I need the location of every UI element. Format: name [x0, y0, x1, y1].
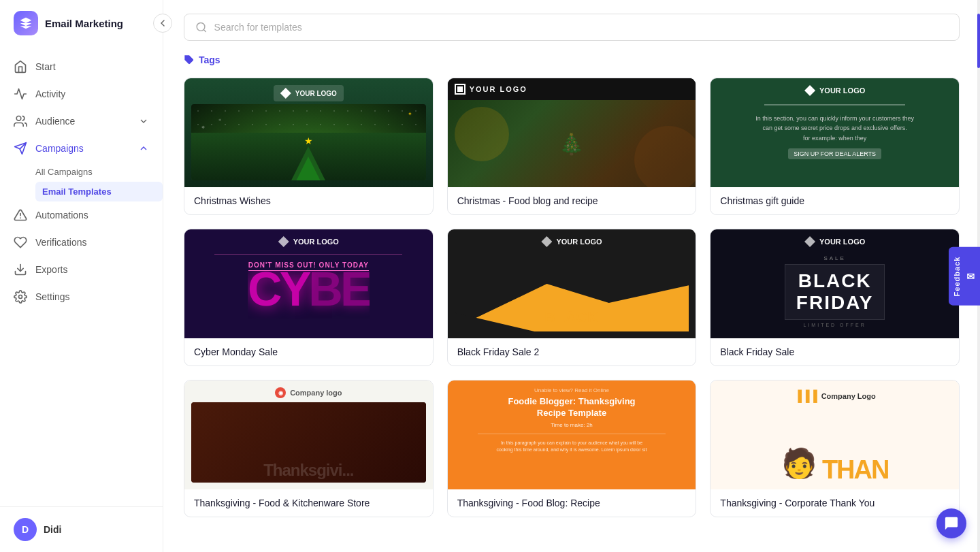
- template-preview-thanksgiving-food: ◉ Company logo Thanksgivi...: [184, 380, 433, 489]
- sidebar-item-settings[interactable]: Settings: [0, 283, 163, 310]
- template-card-thanksgiving-blog[interactable]: Unable to view? Read it Online Foodie Bl…: [447, 380, 697, 517]
- template-card-christmas-gift[interactable]: YOUR LOGO In this section, you can quick…: [710, 78, 960, 215]
- template-preview-black-friday-2: YOUR LOGO BL∆CK: [448, 229, 696, 338]
- sidebar-item-campaigns[interactable]: Campaigns: [0, 135, 163, 162]
- template-label-christmas-gift: Christmas gift guide: [710, 187, 959, 214]
- template-card-cyber-monday[interactable]: YOUR LOGO DON'T MISS OUT! ONLY TODAY CY …: [184, 229, 434, 366]
- tags-label[interactable]: Tags: [199, 54, 220, 65]
- audience-chevron-icon: [138, 116, 149, 127]
- collapse-sidebar-button[interactable]: [153, 14, 172, 33]
- template-preview-black-friday: YOUR LOGO SALE BLACK FRIDAY LIMITED OFFE…: [710, 229, 959, 338]
- template-preview-christmas-food: YOUR LOGO 🎄: [448, 78, 696, 187]
- sidebar-item-activity-label: Activity: [35, 88, 65, 99]
- feedback-tab[interactable]: ✉ Feedback: [949, 246, 980, 306]
- sidebar-item-audience-label: Audience: [35, 116, 75, 127]
- template-preview-cyber-monday: YOUR LOGO DON'T MISS OUT! ONLY TODAY CY …: [184, 229, 433, 338]
- scrollbar-thumb[interactable]: [977, 14, 980, 68]
- sidebar-footer: D Didi: [0, 506, 163, 552]
- chat-button[interactable]: [936, 508, 966, 538]
- svg-point-6: [19, 295, 22, 299]
- sidebar-nav: Start Activity Audience Campaigns: [0, 46, 163, 506]
- automations-icon: [14, 208, 27, 222]
- home-icon: [14, 60, 27, 74]
- template-card-black-friday-2[interactable]: YOUR LOGO BL∆CK Black Friday Sale 2: [447, 229, 697, 366]
- main-content: Tags YOUR LOGO ★: [163, 0, 980, 552]
- template-label-thanksgiving-food: Thanksgiving - Food & Kitchenware Store: [184, 489, 433, 517]
- feedback-icon: ✉: [965, 271, 976, 282]
- sidebar-item-start[interactable]: Start: [0, 53, 163, 80]
- search-icon: [195, 21, 208, 33]
- sidebar: Email Marketing Start Activity: [0, 0, 163, 552]
- search-bar: [184, 14, 960, 41]
- sidebar-item-exports[interactable]: Exports: [0, 256, 163, 283]
- template-label-christmas-food: Christmas - Food blog and recipe: [448, 187, 696, 214]
- sidebar-header: Email Marketing: [0, 0, 163, 46]
- template-label-christmas-wishes: Christmas Wishes: [184, 187, 433, 214]
- template-preview-christmas-wishes: YOUR LOGO ★ ✦ ❄ ❄: [184, 78, 433, 187]
- svg-line-8: [203, 29, 206, 31]
- template-card-black-friday[interactable]: YOUR LOGO SALE BLACK FRIDAY LIMITED OFFE…: [710, 229, 960, 366]
- template-label-cyber-monday: Cyber Monday Sale: [184, 338, 433, 366]
- template-label-black-friday-2: Black Friday Sale 2: [448, 338, 696, 366]
- app-title: Email Marketing: [45, 18, 123, 29]
- sidebar-item-start-label: Start: [35, 61, 56, 72]
- activity-icon: [14, 87, 27, 101]
- sidebar-item-email-templates[interactable]: Email Templates: [35, 182, 163, 201]
- sidebar-item-audience[interactable]: Audience: [0, 108, 163, 135]
- app-logo: [14, 11, 38, 35]
- template-preview-thanksgiving-corp: ▐▐▐ Company Logo 🧑 THAN: [710, 380, 959, 489]
- feedback-label: Feedback: [953, 256, 961, 296]
- sidebar-item-automations[interactable]: Automations: [0, 201, 163, 229]
- tags-row: Tags: [184, 54, 960, 65]
- templates-grid: YOUR LOGO ★ ✦ ❄ ❄: [184, 78, 960, 517]
- settings-icon: [14, 290, 27, 304]
- svg-point-0: [16, 116, 21, 121]
- campaigns-chevron-icon: [138, 143, 149, 154]
- template-label-thanksgiving-corp: Thanksgiving - Corporate Thank You: [710, 489, 959, 517]
- exports-icon: [14, 263, 27, 276]
- template-card-christmas-wishes[interactable]: YOUR LOGO ★ ✦ ❄ ❄: [184, 78, 434, 215]
- audience-icon: [14, 114, 27, 128]
- sidebar-item-verifications[interactable]: Verifications: [0, 229, 163, 256]
- template-card-christmas-food[interactable]: YOUR LOGO 🎄 Christmas - Food blog and re…: [447, 78, 697, 215]
- template-preview-thanksgiving-blog: Unable to view? Read it Online Foodie Bl…: [448, 380, 696, 489]
- verifications-icon: [14, 236, 27, 249]
- user-avatar: D: [14, 518, 37, 541]
- sidebar-item-verifications-label: Verifications: [35, 237, 86, 248]
- user-name: Didi: [44, 524, 61, 535]
- campaigns-icon: [14, 142, 27, 155]
- template-card-thanksgiving-food[interactable]: ◉ Company logo Thanksgivi... Thanksgivin…: [184, 380, 434, 517]
- campaigns-sub-nav: All Campaigns Email Templates: [0, 162, 163, 201]
- tag-icon: [184, 54, 195, 65]
- sidebar-item-all-campaigns[interactable]: All Campaigns: [35, 162, 163, 182]
- sidebar-item-activity[interactable]: Activity: [0, 80, 163, 108]
- sidebar-item-campaigns-label: Campaigns: [35, 143, 84, 154]
- sidebar-item-automations-label: Automations: [35, 210, 88, 221]
- sidebar-item-settings-label: Settings: [35, 291, 70, 302]
- template-label-black-friday: Black Friday Sale: [710, 338, 959, 366]
- template-preview-christmas-gift: YOUR LOGO In this section, you can quick…: [710, 78, 959, 187]
- sidebar-item-exports-label: Exports: [35, 264, 67, 275]
- template-card-thanksgiving-corp[interactable]: ▐▐▐ Company Logo 🧑 THAN Thanksgiving - C…: [710, 380, 960, 517]
- search-input[interactable]: [214, 22, 948, 33]
- template-label-thanksgiving-blog: Thanksgiving - Food Blog: Recipe: [448, 489, 696, 517]
